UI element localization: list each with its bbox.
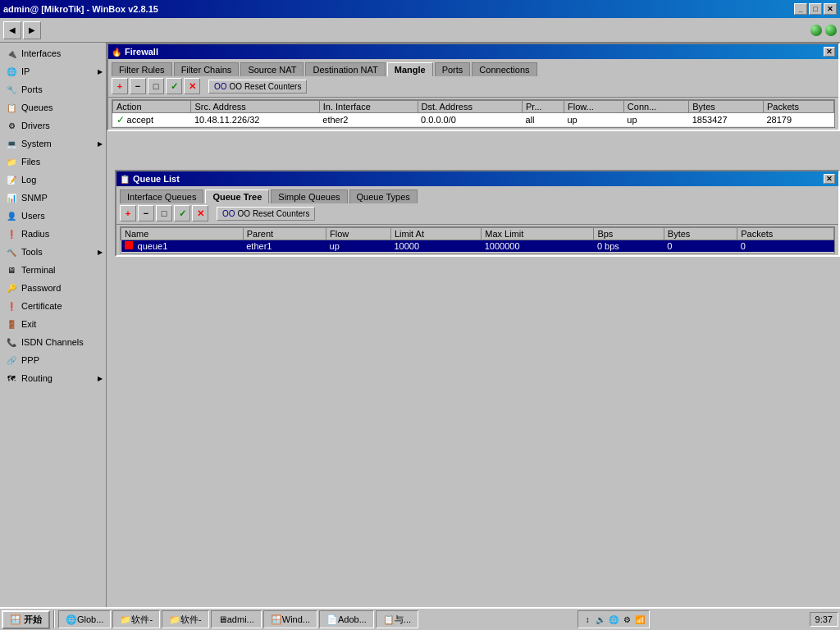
col-dst-address: Dst. Address bbox=[418, 101, 522, 113]
q-x-button[interactable]: ✕ bbox=[192, 205, 208, 221]
status-circle-1 bbox=[810, 25, 822, 36]
tab-interface-queues[interactable]: Interface Queues bbox=[120, 189, 203, 203]
q-cell-flow: up bbox=[326, 240, 391, 253]
sidebar-item-users[interactable]: 👤 Users bbox=[0, 207, 106, 225]
isdn-icon: 📞 bbox=[5, 336, 18, 349]
sidebar-item-exit[interactable]: 🚪 Exit bbox=[0, 315, 106, 333]
main-content: 🔥 Firewall ✕ Filter Rules Filter Chains … bbox=[107, 43, 840, 630]
ports-icon: 🔧 bbox=[5, 83, 18, 96]
q-add-button[interactable]: + bbox=[120, 205, 136, 221]
status-circles bbox=[810, 25, 837, 36]
tray-icon-4: ⚙ bbox=[621, 614, 632, 625]
cell-dst-address: 0.0.0.0/0 bbox=[418, 113, 522, 127]
forward-button[interactable]: ▶ bbox=[23, 21, 41, 39]
sidebar-item-password[interactable]: 🔑 Password bbox=[0, 279, 106, 297]
sidebar-item-files[interactable]: 📁 Files bbox=[0, 153, 106, 171]
taskbar-separator bbox=[53, 610, 55, 628]
queue-status-icon bbox=[125, 241, 133, 249]
sidebar-item-certificate[interactable]: ❗ Certificate bbox=[0, 297, 106, 315]
ppp-icon: 🔗 bbox=[5, 354, 18, 367]
tools-icon: 🔨 bbox=[5, 245, 18, 258]
sidebar-item-tools[interactable]: 🔨 Tools ▶ bbox=[0, 243, 106, 261]
tab-filter-chains[interactable]: Filter Chains bbox=[174, 62, 240, 76]
fw-check-button[interactable]: ✓ bbox=[166, 78, 182, 94]
sidebar-item-log[interactable]: 📝 Log bbox=[0, 171, 106, 189]
tab-filter-rules[interactable]: Filter Rules bbox=[112, 62, 172, 76]
firewall-close-button[interactable]: ✕ bbox=[824, 47, 835, 57]
q-reset-counters-button[interactable]: OO OO Reset Counters bbox=[217, 207, 315, 221]
q-cell-bytes: 0 bbox=[664, 240, 737, 253]
sidebar-item-ip[interactable]: 🌐 IP ▶ bbox=[0, 62, 106, 80]
table-row[interactable]: ✓ accept 10.48.11.226/32 ether2 0.0.0.0/… bbox=[113, 113, 834, 127]
q-cell-packets: 0 bbox=[737, 240, 834, 253]
taskbar-item-window[interactable]: 🪟 Wind... bbox=[263, 610, 317, 628]
firewall-toolbar: + − □ ✓ ✕ OO OO Reset Counters bbox=[108, 75, 838, 98]
tab-destination-nat[interactable]: Destination NAT bbox=[305, 62, 385, 76]
system-icon: 💻 bbox=[5, 137, 18, 150]
ip-arrow: ▶ bbox=[98, 68, 103, 75]
taskbar-item-glob[interactable]: 🌐 Glob... bbox=[58, 610, 111, 628]
sidebar-item-routing[interactable]: 🗺 Routing ▶ bbox=[0, 369, 106, 387]
sidebar-item-interfaces[interactable]: 🔌 Interfaces bbox=[0, 44, 106, 62]
taskbar-clock: 9:37 bbox=[810, 612, 838, 627]
taskbar-item-software2[interactable]: 📁 软件- bbox=[162, 610, 209, 628]
table-row[interactable]: queue1 ether1 up 10000 1000000 0 bps 0 0 bbox=[121, 240, 834, 253]
tab-ports[interactable]: Ports bbox=[435, 62, 471, 76]
sidebar-item-label: ISDN Channels bbox=[21, 337, 84, 347]
title-text: admin@ [MikroTik] - WinBox v2.8.15 bbox=[3, 4, 158, 14]
files-icon: 📁 bbox=[5, 155, 18, 168]
title-bar-buttons: _ □ ✕ bbox=[794, 3, 837, 15]
queue-close-button[interactable]: ✕ bbox=[824, 174, 835, 184]
col-protocol: Pr... bbox=[522, 101, 564, 113]
q-col-flow: Flow bbox=[326, 228, 391, 240]
sidebar-item-terminal[interactable]: 🖥 Terminal bbox=[0, 261, 106, 279]
cell-in-interface: ether2 bbox=[319, 113, 418, 127]
drivers-icon: ⚙ bbox=[5, 119, 18, 132]
sidebar-item-isdn-channels[interactable]: 📞 ISDN Channels bbox=[0, 333, 106, 351]
q-cell-max-limit: 1000000 bbox=[482, 240, 594, 253]
fw-x-button[interactable]: ✕ bbox=[184, 78, 200, 94]
tab-simple-queues[interactable]: Simple Queues bbox=[271, 189, 347, 203]
taskbar-item-software1[interactable]: 📁 软件- bbox=[112, 610, 160, 628]
taskbar-item-admin[interactable]: 🖥 admi... bbox=[211, 610, 262, 628]
sidebar-item-drivers[interactable]: ⚙ Drivers bbox=[0, 116, 106, 135]
q-copy-button[interactable]: □ bbox=[156, 205, 172, 221]
maximize-button[interactable]: □ bbox=[809, 3, 822, 15]
sidebar-item-radius[interactable]: ❗ Radius bbox=[0, 225, 106, 243]
sidebar-item-label: Tools bbox=[21, 247, 43, 257]
sidebar-item-label: System bbox=[21, 139, 52, 148]
sidebar-item-label: Queues bbox=[21, 103, 53, 112]
tab-connections[interactable]: Connections bbox=[472, 62, 536, 76]
tab-queue-tree[interactable]: Queue Tree bbox=[205, 189, 269, 203]
sidebar-item-ppp[interactable]: 🔗 PPP bbox=[0, 351, 106, 369]
sidebar-item-label: IP bbox=[21, 66, 30, 76]
minimize-button[interactable]: _ bbox=[794, 3, 807, 15]
fw-copy-button[interactable]: □ bbox=[148, 78, 164, 94]
start-button[interactable]: 🪟 开始 bbox=[2, 610, 50, 629]
tab-mangle[interactable]: Mangle bbox=[387, 62, 433, 76]
fw-remove-button[interactable]: − bbox=[130, 78, 146, 94]
sidebar-item-queues[interactable]: 📋 Queues bbox=[0, 98, 106, 116]
sidebar-item-ports[interactable]: 🔧 Ports bbox=[0, 80, 106, 98]
firewall-panel: 🔥 Firewall ✕ Filter Rules Filter Chains … bbox=[107, 43, 840, 131]
tray-icon-1: ↕ bbox=[582, 614, 593, 625]
q-col-parent: Parent bbox=[243, 228, 326, 240]
sidebar-item-label: Ports bbox=[21, 84, 43, 94]
cell-bytes: 1853427 bbox=[689, 113, 764, 127]
back-button[interactable]: ◀ bbox=[3, 21, 21, 39]
queue-panel: 📋 Queue List ✕ Interface Queues Queue Tr… bbox=[115, 170, 840, 257]
taskbar-item-adobe[interactable]: 📄 Adob... bbox=[319, 610, 374, 628]
fw-reset-counters-button[interactable]: OO OO Reset Counters bbox=[208, 80, 307, 94]
q-remove-button[interactable]: − bbox=[138, 205, 154, 221]
taskbar-icon-1: 🌐 bbox=[66, 614, 77, 625]
taskbar-item-misc[interactable]: 📋 与... bbox=[376, 610, 418, 628]
tab-queue-types[interactable]: Queue Types bbox=[349, 189, 418, 203]
sidebar-item-snmp[interactable]: 📊 SNMP bbox=[0, 189, 106, 207]
sidebar-item-label: Files bbox=[21, 157, 40, 167]
close-button[interactable]: ✕ bbox=[824, 3, 837, 15]
queue-table-container: Name Parent Flow Limit At Max Limit Bps … bbox=[120, 226, 835, 253]
q-check-button[interactable]: ✓ bbox=[174, 205, 190, 221]
fw-add-button[interactable]: + bbox=[112, 78, 128, 94]
sidebar-item-system[interactable]: 💻 System ▶ bbox=[0, 135, 106, 153]
tab-source-nat[interactable]: Source NAT bbox=[240, 62, 304, 76]
